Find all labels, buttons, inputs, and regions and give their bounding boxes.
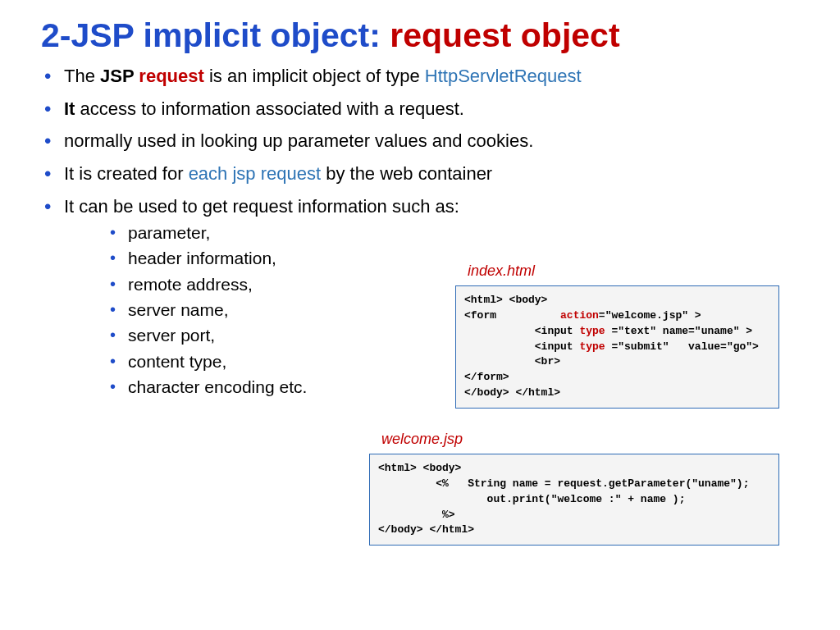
bullet-1: The JSP request is an implicit object of…	[41, 65, 799, 89]
slide-title: 2-JSP implicit object: request object	[41, 16, 799, 55]
code-line: <input type ="text" name="uname" >	[464, 325, 752, 337]
text: request	[139, 66, 209, 86]
code-line: </body> </html>	[464, 386, 560, 399]
code-line: %>	[378, 509, 455, 521]
sub-bullet: parameter,	[110, 221, 799, 244]
bullet-3: normally used in looking up parameter va…	[41, 130, 799, 153]
code-line: </form>	[464, 371, 509, 383]
title-part-blue: 2-JSP implicit object:	[41, 16, 390, 54]
code-line: <form action="welcome.jsp" >	[464, 309, 701, 322]
text: is an implicit object of type	[209, 66, 425, 86]
code-box-welcome: <html> <body> <% String name = request.g…	[369, 454, 779, 546]
code-label-index: index.html	[468, 262, 535, 280]
title-part-red: request object	[390, 16, 619, 54]
text: It is created for	[64, 163, 189, 184]
text: HttpServletRequest	[425, 66, 582, 86]
code-line: out.print("welcome :" + name );	[378, 493, 685, 505]
bullet-2: It access to information associated with…	[41, 98, 799, 121]
code-label-welcome: welcome.jsp	[381, 431, 463, 448]
sub-bullet: header information,	[110, 247, 799, 270]
text: each jsp request	[189, 163, 326, 184]
text: by the web container	[326, 163, 492, 184]
code-line: <% String name = request.getParameter("u…	[378, 477, 749, 490]
code-line: <html> <body>	[378, 462, 461, 474]
code-line: <br>	[464, 355, 560, 368]
text: It can be used to get request informatio…	[64, 196, 459, 217]
text: JSP	[100, 66, 139, 86]
code-box-index: <html> <body> <form action="welcome.jsp"…	[455, 285, 779, 409]
text: It	[64, 98, 80, 119]
code-line: <html> <body>	[464, 294, 547, 306]
text: The	[64, 66, 100, 86]
bullet-4: It is created for each jsp request by th…	[41, 162, 799, 186]
code-line: <input type ="submit" value="go">	[464, 340, 759, 353]
text: access to information associated with a …	[80, 98, 464, 119]
code-line: </body> </html>	[378, 523, 474, 536]
